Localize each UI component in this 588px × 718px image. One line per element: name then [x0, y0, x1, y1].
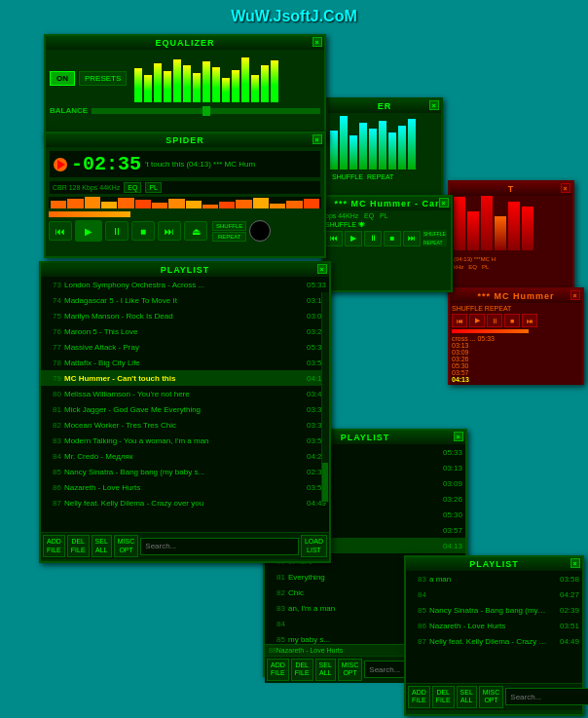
list-item[interactable]: 73 London Symphony Orchestra - Across ..…: [41, 277, 329, 292]
playlist-scrollbar[interactable]: [321, 292, 329, 503]
eject-button[interactable]: ⏏: [184, 221, 207, 241]
prev-button[interactable]: ⏮: [49, 221, 72, 241]
list-item[interactable]: 78 Mattafix - Big City Life 03:57: [41, 355, 329, 370]
list-item[interactable]: 75 Marilyn Manson - Rock Is Dead 03:09: [41, 308, 329, 323]
player-window: SPIDER × -02:35 't touch this (04:13) **…: [44, 132, 326, 258]
player-eq-button[interactable]: EQ: [124, 182, 141, 193]
list-item[interactable]: 85Nancy Sinatra - Bang bang (my baby s..…: [406, 602, 582, 618]
repeat-button[interactable]: REPEAT: [212, 232, 246, 242]
playlist-3-close[interactable]: ×: [570, 558, 580, 568]
list-item[interactable]: 76 Maroon 5 - This Love 03:26: [41, 323, 329, 339]
equalizer-window-3: T × (04:13) ***MC H kHz EQ PL: [448, 180, 574, 297]
playlist-2-close[interactable]: ×: [454, 432, 463, 441]
eq-presets-button[interactable]: PRESETS: [79, 71, 127, 86]
eq-balance-label: BALANCE: [50, 106, 88, 115]
add-file-button-2[interactable]: ADD FILE: [267, 659, 289, 681]
sel-all-button-2[interactable]: SEL ALL: [315, 659, 336, 681]
pause-button[interactable]: ⏸: [105, 221, 129, 241]
player2-prev[interactable]: ⏮: [325, 231, 343, 246]
player-title: SPIDER ×: [46, 133, 324, 147]
playlist-3-items-container: 83a man03:58 8404:27 85Nancy Sinatra - B…: [406, 571, 582, 683]
list-item[interactable]: 84 Mr. Credo - Медляк 04:27: [41, 448, 329, 464]
list-item[interactable]: 87 Nelly feat. Kelly Dilema - Crazy over…: [41, 495, 329, 510]
playlist-3-bottom-bar: ADD FILE DEL FILE SEL ALL MISC OPT LOAD …: [406, 683, 582, 710]
sel-all-button-3[interactable]: SEL ALL: [457, 686, 477, 708]
equalizer-window-2: ER × SHUFFLE REPEAT: [326, 97, 443, 205]
del-file-button[interactable]: DEL FILE: [67, 535, 90, 557]
equalizer-3-title: T ×: [450, 182, 572, 196]
list-item[interactable]: 80 Melissa Williamson - You're not here …: [41, 386, 329, 401]
player-window-2: *** MC Hummer - Car × bps 44KHz EQ PL SH…: [321, 195, 453, 292]
player-2-close[interactable]: ×: [439, 198, 449, 208]
search-input-3[interactable]: [505, 688, 588, 705]
eq-bars: [134, 54, 320, 102]
playlist-content: 73 London Symphony Orchestra - Across ..…: [41, 277, 329, 559]
list-item[interactable]: 87Nelly feat. Kelly Dilema - Crazy over …: [406, 633, 582, 649]
sel-all-button[interactable]: SEL ALL: [92, 535, 112, 557]
player-3-close[interactable]: ×: [570, 290, 580, 300]
player3-stop[interactable]: ■: [504, 314, 520, 327]
load-list-button[interactable]: LOAD LIST: [301, 535, 327, 557]
player-progress[interactable]: [49, 211, 321, 217]
playlist-close[interactable]: ×: [317, 264, 327, 274]
player2-next[interactable]: ⏭: [403, 231, 421, 246]
player3-pause[interactable]: ⏸: [487, 314, 502, 327]
search-input[interactable]: [140, 538, 299, 555]
player3-prev[interactable]: ⏮: [452, 314, 467, 327]
misc-opt-button[interactable]: MISC OPT: [114, 535, 139, 557]
player-close[interactable]: ×: [312, 134, 322, 144]
equalizer-close[interactable]: ×: [312, 37, 322, 47]
play-button[interactable]: ▶: [75, 220, 102, 242]
list-item[interactable]: 8404:27: [406, 586, 582, 602]
playlist-bottom-bar: ADD FILE DEL FILE SEL ALL MISC OPT LOAD …: [41, 532, 329, 559]
player-3-title: *** MC Hummer ×: [450, 289, 582, 303]
list-item[interactable]: 77 Massive Attack - Pray 05:30: [41, 339, 329, 355]
list-item[interactable]: 83a man03:58: [406, 571, 582, 586]
del-file-button-2[interactable]: DEL FILE: [291, 659, 313, 681]
player-window-3: *** MC Hummer × SHUFFLE REPEAT ⏮ ▶ ⏸ ■ ⏭…: [448, 287, 584, 385]
player-2-title: *** MC Hummer - Car ×: [323, 197, 451, 210]
list-item[interactable]: 82 Mocean Worker - Tres Tres Chic 03:39: [41, 417, 329, 433]
misc-opt-button-2[interactable]: MISC OPT: [338, 659, 363, 681]
playlist-3-title: PLAYLIST ×: [406, 557, 582, 571]
playlist-items-container: 73 London Symphony Orchestra - Across ..…: [41, 277, 329, 532]
list-item[interactable]: 74 Madagascar 5 - I Like To Move It 03:1…: [41, 292, 329, 308]
list-item[interactable]: 86Nazareth - Love Hurts03:51: [406, 618, 582, 633]
player3-next[interactable]: ⏭: [522, 314, 537, 327]
playlist-scrollbar-thumb[interactable]: [322, 463, 328, 502]
list-item[interactable]: 81 Mick Jagger - God Gave Me Everything …: [41, 401, 329, 417]
next-button[interactable]: ⏭: [158, 221, 181, 241]
list-item[interactable]: 85 Nancy Sinatra - Bang bang (my baby s.…: [41, 464, 329, 479]
stop-button[interactable]: ■: [131, 221, 155, 241]
player-progress-fill: [49, 211, 130, 217]
equalizer-2-close[interactable]: ×: [429, 100, 439, 110]
add-file-button-3[interactable]: ADD FILE: [408, 686, 430, 708]
equalizer-3-close[interactable]: ×: [561, 183, 570, 193]
player-controls: ⏮ ▶ ⏸ ■ ⏭ ⏏ SHUFFLE REPEAT 🕷: [49, 220, 321, 242]
playlist-window-3: PLAYLIST × 83a man03:58 8404:27 85Nancy …: [404, 555, 584, 716]
player3-progress[interactable]: [452, 329, 580, 333]
player2-play[interactable]: ▶: [345, 231, 362, 246]
watermark: WuW.JsoftJ.CoM: [231, 8, 356, 25]
list-item[interactable]: 79 MC Hummer - Can't touch this 04:13: [41, 370, 329, 386]
add-file-button[interactable]: ADD FILE: [43, 535, 65, 557]
player2-stop[interactable]: ■: [384, 231, 401, 246]
list-item[interactable]: 86 Nazareth - Love Hurts 03:51: [41, 479, 329, 495]
player-2-display: bps 44KHz EQ PL SHUFFLE 🕷 ⏮ ▶ ⏸ ■ ⏭ SHUF…: [323, 210, 451, 248]
player-pl-button[interactable]: PL: [145, 182, 162, 193]
player3-play[interactable]: ▶: [469, 314, 485, 327]
player-track-info: 't touch this (04:13) *** MC Hum: [145, 160, 316, 169]
equalizer-2-title: ER ×: [328, 99, 441, 113]
player2-pause[interactable]: ⏸: [364, 231, 382, 246]
eq-balance-slider[interactable]: [92, 108, 320, 114]
spider-icon: 🕷: [253, 223, 267, 239]
del-file-button-3[interactable]: DEL FILE: [432, 686, 455, 708]
spider-logo: 🕷: [249, 220, 271, 242]
eq-on-button[interactable]: ON: [50, 71, 75, 86]
player-spectrum: [49, 197, 321, 208]
shuffle-repeat-controls: SHUFFLE REPEAT: [212, 221, 246, 242]
misc-opt-button-3[interactable]: MISC OPT: [479, 686, 504, 708]
list-item[interactable]: 83 Modern Talking - You a woman, I'm a m…: [41, 433, 329, 448]
player-display: -02:35 't touch this (04:13) *** MC Hum: [49, 150, 321, 178]
shuffle-button[interactable]: SHUFFLE: [212, 221, 246, 231]
